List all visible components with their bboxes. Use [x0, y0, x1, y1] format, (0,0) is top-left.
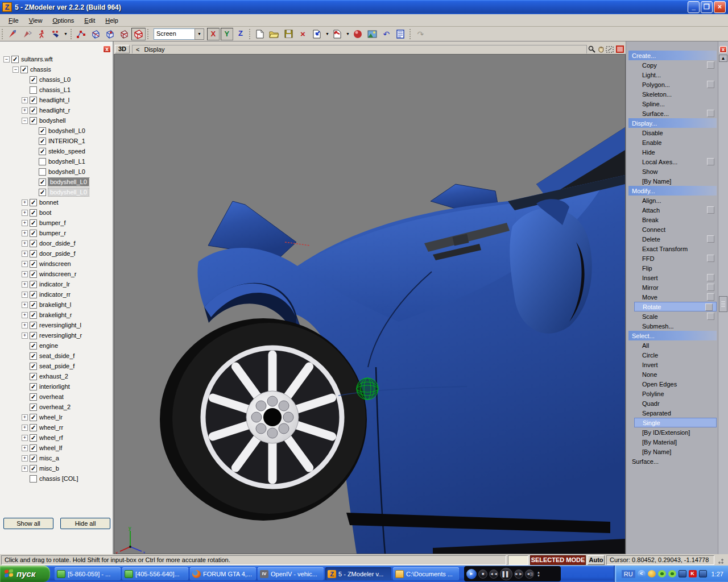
objects-mode-icon[interactable] [117, 28, 131, 40]
tree-item-misc_a[interactable]: +✓misc_a [1, 453, 111, 463]
taskbar-task-chat[interactable]: [5-860-059] - ... [55, 567, 121, 580]
command-all[interactable]: All [626, 340, 718, 350]
scene-3d[interactable]: y x z [114, 54, 626, 554]
tree-item-boot[interactable]: +✓boot [1, 207, 111, 218]
undo-icon[interactable]: ↶ [379, 28, 394, 40]
tree-item-windscreen[interactable]: +✓windscreen [1, 259, 111, 269]
viewport-mode-button[interactable]: 3D [115, 45, 130, 53]
tree-item-misc_b[interactable]: +✓misc_b [1, 463, 111, 473]
plus-expander-icon[interactable]: + [22, 312, 28, 318]
plus-expander-icon[interactable]: + [22, 302, 28, 308]
command-modify[interactable]: Modify... [628, 186, 717, 196]
tree-item-bodyshell_L0[interactable]: bodyshell_L0 [1, 167, 111, 177]
menu-file[interactable]: File [3, 15, 24, 26]
taskbar-task-firefox[interactable]: FORUM GTA 4,... [190, 567, 256, 580]
command-polyline[interactable]: Polyline [626, 389, 718, 398]
command-skeleton[interactable]: Skeleton... [626, 89, 718, 99]
zoom-region-icon[interactable] [605, 45, 614, 53]
new-file-icon[interactable] [253, 28, 267, 40]
objects-mode-selected-icon[interactable] [131, 28, 146, 40]
visibility-checkbox[interactable]: ✓ [30, 199, 37, 206]
tray-qip-icon[interactable] [648, 570, 656, 577]
visibility-checkbox[interactable]: ✓ [30, 434, 37, 442]
tree-item-wheel_lr[interactable]: +✓wheel_lr [1, 412, 111, 422]
command-option-box[interactable] [707, 235, 714, 243]
plus-expander-icon[interactable]: + [22, 220, 28, 226]
minus-expander-icon[interactable]: − [13, 66, 19, 73]
axis-x-button[interactable]: X [207, 28, 220, 40]
command-by-name[interactable]: [By Name] [626, 447, 718, 456]
tree-item-seat_pside_f[interactable]: ✓seat_pside_f [1, 361, 111, 371]
command-option-box[interactable] [707, 313, 714, 320]
tree-item-steklo_speed[interactable]: ✓steklo_speed [1, 146, 111, 156]
command-scale[interactable]: Scale [626, 311, 718, 321]
visibility-checkbox[interactable]: ✓ [30, 301, 37, 309]
command-show[interactable]: Show [626, 167, 718, 176]
command-enable[interactable]: Enable [626, 138, 718, 147]
command-option-box[interactable] [707, 284, 714, 291]
save-file-icon[interactable] [282, 28, 296, 40]
axis-y-button[interactable]: Y [221, 28, 233, 40]
material-editor-icon[interactable] [351, 28, 365, 40]
import-icon[interactable] [310, 28, 324, 40]
move-view-tool-icon[interactable] [20, 28, 34, 40]
scroll-up-icon[interactable]: ▲ [719, 55, 727, 62]
command-option-box[interactable] [705, 304, 713, 311]
taskbar-task-openiv[interactable]: IVOpenIV - vehic... [258, 567, 324, 580]
visibility-checkbox[interactable]: ✓ [30, 97, 37, 104]
command-circle[interactable]: Circle [626, 350, 718, 360]
command-disable[interactable]: Disable [626, 128, 718, 138]
command-option-box[interactable] [707, 206, 714, 214]
menu-view[interactable]: View [24, 15, 48, 26]
axis-z-button[interactable]: Z [234, 28, 247, 40]
tree-item-headlight_r[interactable]: +✓headlight_r [1, 105, 111, 115]
plus-expander-icon[interactable]: + [22, 281, 28, 288]
plus-expander-icon[interactable]: + [22, 455, 28, 462]
tree-item-wheel_rf[interactable]: +✓wheel_rf [1, 433, 111, 443]
command-delete[interactable]: Delete [626, 234, 718, 244]
command-option-box[interactable] [707, 110, 714, 117]
command-option-box[interactable] [707, 274, 714, 281]
command-option-box[interactable] [707, 61, 714, 69]
visibility-checkbox[interactable] [39, 158, 46, 165]
plus-expander-icon[interactable]: + [22, 425, 28, 431]
visibility-checkbox[interactable] [30, 86, 37, 94]
plus-expander-icon[interactable]: + [22, 414, 28, 421]
tray-network-icon[interactable] [679, 570, 686, 577]
tray-icq-flower-icon[interactable] [668, 570, 676, 577]
vertices-mode-icon[interactable] [75, 28, 89, 40]
tree-item-engine[interactable]: ✓engine [1, 340, 111, 351]
bone-tool-dropdown-icon[interactable]: ▼ [63, 32, 69, 36]
language-indicator[interactable]: RU [622, 570, 635, 578]
command-local-axes[interactable]: Local Axes... [626, 157, 718, 167]
tree-item-seat_dside_f[interactable]: ✓seat_dside_f [1, 351, 111, 361]
tray-collapse-icon[interactable]: < [638, 570, 646, 578]
command-by-name[interactable]: [By Name] [626, 176, 718, 186]
scrollbar-thumb[interactable] [719, 296, 727, 312]
panel-close-icon[interactable]: x [103, 45, 111, 53]
visibility-checkbox[interactable]: ✓ [30, 352, 37, 360]
command-option-box[interactable] [707, 255, 714, 262]
plus-expander-icon[interactable]: + [22, 107, 28, 114]
visibility-checkbox[interactable]: ✓ [30, 383, 37, 390]
visibility-checkbox[interactable]: ✓ [39, 138, 46, 145]
tree-item-reversinglight_l[interactable]: +✓reversinglight_l [1, 320, 111, 330]
restore-button[interactable]: ❐ [701, 1, 713, 13]
plus-expander-icon[interactable]: + [22, 465, 28, 472]
visibility-checkbox[interactable]: ✓ [30, 271, 37, 278]
command-separated[interactable]: Separated [626, 408, 718, 418]
command-exact-transform[interactable]: Exact Transform [626, 244, 718, 253]
plus-expander-icon[interactable]: + [22, 445, 28, 451]
command-spline[interactable]: Spline... [626, 99, 718, 109]
tree-item-bodyshell_L0[interactable]: ✓bodyshell_L0 [1, 187, 111, 197]
plus-expander-icon[interactable]: + [22, 251, 28, 257]
tree-item-overheat_2[interactable]: ✓overheat_2 [1, 402, 111, 412]
command-flip[interactable]: Flip [626, 263, 718, 273]
tree-item-wheel_rr[interactable]: +✓wheel_rr [1, 422, 111, 433]
tree-item-chassis_L1[interactable]: chassis_L1 [1, 85, 111, 95]
visibility-checkbox[interactable]: ✓ [30, 240, 37, 247]
visibility-checkbox[interactable]: ✓ [30, 322, 37, 329]
plus-expander-icon[interactable]: + [22, 271, 28, 277]
plus-expander-icon[interactable]: + [22, 261, 28, 267]
plus-expander-icon[interactable]: + [22, 210, 28, 216]
